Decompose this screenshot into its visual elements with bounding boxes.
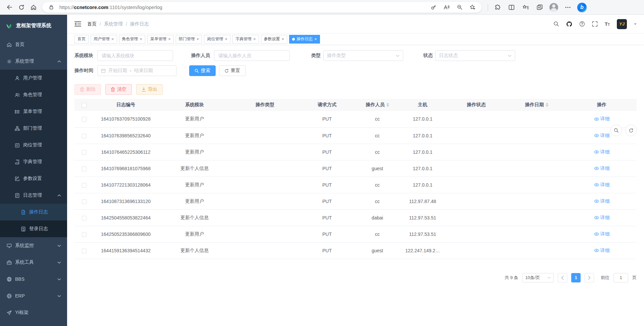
help-icon[interactable] [579,21,585,27]
tab-dict-mgmt[interactable]: 字典管理× [232,35,259,44]
detail-link[interactable]: 详细 [594,198,610,204]
sidebar-item-param-settings[interactable]: 参数设置 [0,170,67,187]
sidebar-item-post-mgmt[interactable]: 岗位管理 [0,137,67,153]
sidebar-item-oper-log[interactable]: 操作日志 [0,204,67,220]
next-page-button[interactable] [585,273,594,282]
row-checkbox[interactable] [82,199,87,204]
browser-home-button[interactable] [28,2,40,13]
sidebar-item-role-mgmt[interactable]: 角色管理 [0,86,67,103]
reset-button[interactable]: 重置 [219,65,246,76]
browser-back-button[interactable] [3,2,15,13]
row-checkbox[interactable] [82,117,87,122]
close-icon[interactable]: × [111,37,114,41]
favorites-bar-icon[interactable] [520,2,532,13]
detail-link[interactable]: 详细 [594,182,610,188]
goto-page-input[interactable] [613,273,628,282]
sidebar-item-tools[interactable]: 系统工具 [0,254,67,271]
sidebar-item-bbs[interactable]: BBS [0,271,67,287]
zoom-out-icon[interactable] [454,3,465,12]
sort-icon[interactable] [386,103,389,107]
detail-link[interactable]: 详细 [594,166,610,172]
sidebar-item-dict-mgmt[interactable]: 字典管理 [0,153,67,170]
row-checkbox[interactable] [82,167,87,171]
close-icon[interactable]: × [282,37,284,41]
table-refresh-button[interactable] [625,125,637,136]
table-search-toggle[interactable] [610,125,622,136]
delete-button[interactable]: 删除 [74,84,101,95]
sidebar-item-yi-framework[interactable]: Yi框架 [0,304,67,321]
tab-param-settings[interactable]: 参数设置× [261,35,287,44]
close-icon[interactable]: × [168,37,171,41]
row-checkbox[interactable] [82,134,87,138]
collections-icon[interactable] [534,2,546,13]
sidebar-item-dept-mgmt[interactable]: 部门管理 [0,120,67,137]
address-bar[interactable]: https://ccnetcore.com:1101/system/log/op… [42,2,482,13]
close-icon[interactable]: × [140,37,143,41]
github-icon[interactable] [566,21,572,27]
sidebar-item-log-mgmt[interactable]: 日志管理 [0,187,67,204]
sidebar-item-system[interactable]: 系统管理 [0,53,67,70]
row-checkbox[interactable] [82,183,87,188]
sidebar-item-erp[interactable]: ERP [0,287,67,304]
url-text[interactable]: https://ccnetcore.com:1101/system/log/op… [59,5,425,10]
col-date[interactable]: 操作日期 [506,99,567,111]
export-button[interactable]: 导出 [136,84,163,95]
row-checkbox[interactable] [82,232,87,237]
bing-copilot-icon[interactable]: b [576,2,588,13]
sidebar-item-user-mgmt[interactable]: 用户管理 [0,70,67,86]
tab-menu-mgmt[interactable]: 菜单管理× [147,35,174,44]
tab-dept-mgmt[interactable]: 部门管理× [176,35,202,44]
header-search-icon[interactable] [553,21,559,27]
avatar-caret-icon[interactable] [634,23,637,26]
clear-button[interactable]: 清空 [105,84,132,95]
row-checkbox[interactable] [82,216,87,220]
sidebar-item-home[interactable]: 首页 [0,36,67,53]
col-operator[interactable]: 操作人员 [356,99,399,111]
user-avatar[interactable]: YJ [617,19,627,29]
sort-icon[interactable] [546,103,548,107]
detail-link[interactable]: 详细 [594,231,610,237]
tab-user-mgmt[interactable]: 用户管理× [91,35,117,44]
sidebar-item-menu-mgmt[interactable]: 菜单管理 [0,103,67,120]
read-aloud-icon[interactable] [441,3,451,12]
status-select[interactable]: 日志状态 [435,50,515,61]
browser-refresh-button[interactable] [15,2,28,13]
detail-link[interactable]: 详细 [594,116,610,122]
detail-link[interactable]: 详细 [594,149,610,155]
module-input[interactable] [97,50,173,61]
download-icon [142,87,146,92]
close-icon[interactable]: × [197,37,199,41]
password-key-icon[interactable] [428,3,438,12]
select-all-checkbox[interactable] [82,103,87,108]
detail-link[interactable]: 详细 [594,248,610,254]
row-checkbox[interactable] [82,249,87,253]
extensions-icon[interactable] [491,2,503,13]
row-checkbox[interactable] [82,150,87,155]
browser-profile-avatar[interactable] [548,2,560,13]
page-number-1[interactable]: 1 [571,273,581,282]
prev-page-button[interactable] [558,273,567,282]
font-size-icon[interactable]: TT [605,21,610,26]
close-icon[interactable]: × [314,37,317,41]
operator-input[interactable] [214,50,290,61]
close-icon[interactable]: × [225,37,227,41]
browser-settings-menu[interactable] [562,2,574,13]
sidebar-item-monitor[interactable]: 系统监控 [0,237,67,254]
tab-post-mgmt[interactable]: 岗位管理× [204,35,230,44]
breadcrumb-home[interactable]: 首页 [87,21,97,27]
split-screen-icon[interactable] [505,2,518,13]
page-size-select[interactable]: 10条/页 [522,273,554,282]
tab-home[interactable]: 首页 [74,35,89,44]
search-button[interactable]: 搜索 [189,65,216,76]
favorite-star-icon[interactable] [468,3,478,12]
date-range-picker[interactable]: 开始日期 - 结束日期 [97,65,176,76]
detail-link[interactable]: 详细 [594,215,610,221]
tab-role-mgmt[interactable]: 角色管理× [119,35,146,44]
type-select[interactable]: 操作类型 [323,50,403,61]
detail-link[interactable]: 详细 [594,133,610,139]
sidebar-item-login-log[interactable]: 登录日志 [0,220,67,237]
tab-oper-log[interactable]: 操作日志× [289,35,320,44]
close-icon[interactable]: × [253,37,256,41]
collapse-sidebar-icon[interactable] [74,21,81,27]
fullscreen-icon[interactable] [592,21,598,27]
